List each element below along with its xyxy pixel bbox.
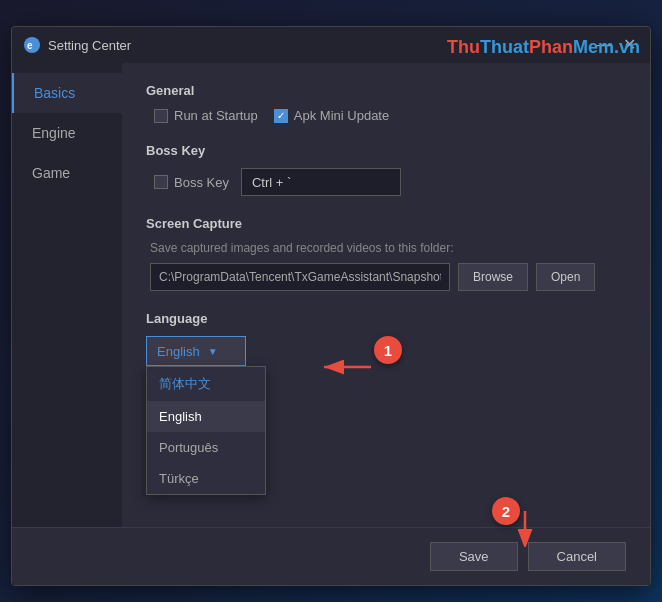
browse-button[interactable]: Browse — [458, 263, 528, 291]
apk-mini-update-checkbox[interactable] — [274, 109, 288, 123]
minimize-button[interactable]: — — [594, 37, 612, 53]
screen-capture-title: Screen Capture — [146, 216, 626, 231]
language-title: Language — [146, 311, 626, 326]
sidebar: Basics Engine Game — [12, 63, 122, 527]
title-bar: e Setting Center — ✕ — [12, 27, 650, 63]
lang-option-turkish[interactable]: Türkçe — [147, 463, 265, 494]
path-input[interactable] — [150, 263, 450, 291]
annotation-circle-1: 1 — [374, 336, 402, 364]
language-dropdown-menu: 简体中文 English Português Türkçe — [146, 366, 266, 495]
boss-key-row: Boss Key — [146, 168, 626, 196]
main-content: General Run at Startup Apk Mini Update B… — [122, 63, 650, 527]
annotation-arrow-1 — [316, 353, 376, 385]
apk-mini-update-item: Apk Mini Update — [274, 108, 389, 123]
general-section: General Run at Startup Apk Mini Update — [146, 83, 626, 123]
window-title: Setting Center — [48, 38, 131, 53]
language-selected-value: English — [157, 344, 200, 359]
title-controls: — ✕ — [594, 37, 638, 53]
boss-key-title: Boss Key — [146, 143, 626, 158]
apk-mini-update-label: Apk Mini Update — [294, 108, 389, 123]
language-select-button[interactable]: English ▼ — [146, 336, 246, 366]
window-body: Basics Engine Game General Run at Startu… — [12, 63, 650, 527]
sidebar-item-game[interactable]: Game — [12, 153, 122, 193]
boss-key-checkbox[interactable] — [154, 175, 168, 189]
svg-text:e: e — [27, 40, 33, 51]
run-at-startup-checkbox[interactable] — [154, 109, 168, 123]
sidebar-item-basics[interactable]: Basics — [12, 73, 122, 113]
lang-option-portuguese[interactable]: Português — [147, 432, 265, 463]
run-at-startup-item: Run at Startup — [154, 108, 258, 123]
chevron-down-icon: ▼ — [208, 346, 218, 357]
app-icon: e — [24, 37, 40, 53]
cancel-button[interactable]: Cancel — [528, 542, 626, 571]
boss-key-checkbox-item: Boss Key — [154, 175, 229, 190]
general-options-row: Run at Startup Apk Mini Update — [146, 108, 626, 123]
close-button[interactable]: ✕ — [620, 37, 638, 53]
lang-option-chinese[interactable]: 简体中文 — [147, 367, 265, 401]
language-dropdown[interactable]: English ▼ 简体中文 English Português — [146, 336, 246, 366]
boss-key-section: Boss Key Boss Key — [146, 143, 626, 196]
language-section: Language English ▼ 简体中文 English — [146, 311, 626, 366]
boss-key-label: Boss Key — [174, 175, 229, 190]
boss-key-hotkey-input[interactable] — [241, 168, 401, 196]
lang-option-english[interactable]: English — [147, 401, 265, 432]
general-title: General — [146, 83, 626, 98]
footer: 2 Save Cancel — [12, 527, 650, 585]
save-button[interactable]: Save — [430, 542, 518, 571]
run-at-startup-label: Run at Startup — [174, 108, 258, 123]
path-row: Browse Open — [146, 263, 626, 291]
screen-capture-desc: Save captured images and recorded videos… — [146, 241, 626, 255]
title-bar-left: e Setting Center — [24, 37, 131, 53]
setting-center-window: e Setting Center — ✕ ThuThuatPhanMem.vn … — [11, 26, 651, 586]
sidebar-item-engine[interactable]: Engine — [12, 113, 122, 153]
open-button[interactable]: Open — [536, 263, 595, 291]
screen-capture-section: Screen Capture Save captured images and … — [146, 216, 626, 291]
